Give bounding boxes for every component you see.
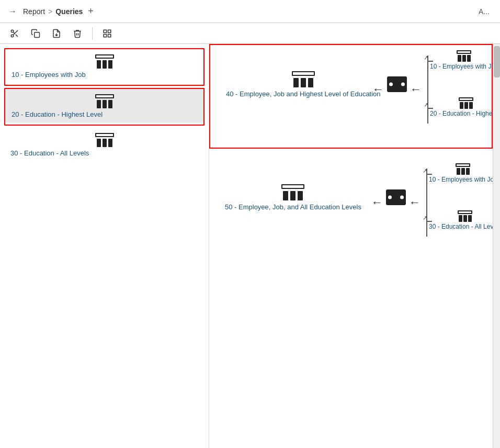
report-link[interactable]: Report: [23, 7, 45, 16]
node-20-icon-top: [459, 97, 473, 101]
node-20-icon-cols: [460, 102, 473, 109]
svg-rect-5: [35, 32, 40, 37]
add-query-button[interactable]: +: [88, 6, 94, 17]
table-icon-cols: [97, 60, 112, 69]
query-50-icon-cols: [283, 191, 303, 200]
arrow-40: ←: [372, 83, 384, 96]
query-40-icon-cols: [293, 78, 313, 87]
query-30-container: 30 - Education - All Levels: [4, 128, 204, 161]
node-10-50-icon-top: [456, 163, 470, 167]
col1: [97, 139, 101, 147]
query-20-icon: [12, 94, 197, 108]
join-40: [387, 76, 407, 92]
node-10-50-label: 10 - Employees with Job: [429, 176, 497, 183]
node-10-icon-cols: [458, 55, 471, 62]
query-40-label: 40 - Employee, Job and Highest Level of …: [226, 90, 381, 98]
breadcrumb: Report > Queries +: [23, 6, 94, 17]
query-10-icon: [12, 54, 197, 69]
query-40-icon-top: [292, 71, 315, 76]
diagram-section-40-box: 40 - Employee, Job and Highest Level of …: [209, 44, 493, 149]
col2: [103, 60, 107, 69]
diagram-node-20-branch[interactable]: ↗ 20 - Education - Highest L: [430, 97, 500, 117]
right-scrollbar[interactable]: [493, 44, 500, 448]
branch-line-50: [426, 169, 427, 237]
query-20-label: 20 - Education - Highest Level: [12, 110, 197, 118]
grid-button[interactable]: [99, 26, 116, 41]
svg-rect-9: [104, 34, 106, 37]
top-nav: → Report > Queries + A...: [0, 0, 500, 23]
scrollbar-thumb: [494, 46, 500, 77]
toolbar-divider: [92, 27, 93, 40]
col1: [97, 60, 101, 69]
svg-rect-8: [108, 30, 111, 32]
node-30-label: 30 - Education - All Levels: [429, 223, 500, 230]
query-50-icon-top: [281, 184, 304, 189]
query-item-30[interactable]: 30 - Education - All Levels: [4, 128, 204, 161]
query-30-icon: [10, 133, 198, 147]
diagram-node-10-branch-50[interactable]: ↗ 10 - Employees with Job: [429, 163, 497, 183]
main-content: 10 - Employees with Job 20 - Education -…: [0, 44, 500, 448]
branch-line-40: [427, 55, 428, 124]
scissors-button[interactable]: [6, 26, 23, 41]
query-item-20[interactable]: 20 - Education - Highest Level: [5, 89, 203, 122]
query-30-label: 30 - Education - All Levels: [10, 149, 198, 157]
node-10-icon-top: [457, 50, 471, 54]
query-panel: 10 - Employees with Job 20 - Education -…: [0, 44, 209, 448]
delete-button[interactable]: [69, 26, 86, 41]
current-page: Queries: [55, 7, 83, 16]
query-40-node[interactable]: 40 - Employee, Job and Highest Level of …: [226, 71, 381, 98]
back-arrow[interactable]: →: [5, 5, 20, 18]
col2: [103, 100, 107, 108]
table-icon-top: [95, 54, 114, 59]
copy-button[interactable]: [27, 26, 44, 41]
table-icon-top: [95, 94, 114, 98]
diagram-section-50: 50 - Employee, Job, and All Education Le…: [209, 158, 493, 263]
hline-10: [428, 61, 433, 62]
query-20-box: 20 - Education - Highest Level: [4, 88, 204, 126]
hline-10-50: [427, 174, 432, 175]
query-50-label: 50 - Employee, Job, and All Education Le…: [225, 203, 361, 211]
svg-rect-7: [104, 30, 106, 32]
svg-line-3: [16, 34, 18, 36]
col3: [108, 100, 112, 108]
col1: [97, 100, 101, 108]
col3: [108, 60, 112, 69]
svg-rect-10: [108, 34, 111, 37]
svg-point-0: [11, 30, 14, 32]
node-10-label: 10 - Employees with Job: [430, 63, 498, 70]
col2: [103, 139, 107, 147]
node-20-label: 20 - Education - Highest L: [430, 110, 500, 117]
query-10-box: 10 - Employees with Job: [4, 48, 204, 86]
query-50-node[interactable]: 50 - Employee, Job, and All Education Le…: [225, 184, 361, 211]
export-button[interactable]: [48, 26, 65, 41]
svg-point-1: [11, 35, 14, 37]
diagram-node-30-branch[interactable]: ↗ 30 - Education - All Levels: [429, 210, 500, 230]
table-icon-cols: [97, 100, 112, 108]
node-10-50-icon-cols: [457, 168, 470, 175]
table-icon-top: [95, 133, 114, 137]
arrow-50: ←: [371, 196, 383, 209]
hline-20: [428, 108, 433, 109]
arrow-40b: ←: [410, 83, 422, 96]
table-icon-cols: [97, 139, 112, 147]
hline-30: [427, 221, 432, 222]
node-30-icon-top: [458, 210, 472, 214]
nav-right-label: A...: [479, 7, 495, 16]
diagram-node-10-branch[interactable]: ↗ 10 - Employees with Job: [430, 50, 498, 70]
breadcrumb-sep: >: [48, 7, 52, 16]
toolbar: [0, 23, 500, 44]
arrow-50b: ←: [409, 196, 421, 209]
join-50: [386, 189, 406, 205]
diagram-panel: 40 - Employee, Job and Highest Level of …: [209, 44, 500, 448]
svg-line-4: [13, 32, 15, 33]
query-item-10[interactable]: 10 - Employees with Job: [5, 49, 203, 83]
col3: [108, 139, 112, 147]
query-10-label: 10 - Employees with Job: [12, 71, 197, 79]
node-30-icon-cols: [459, 215, 472, 222]
